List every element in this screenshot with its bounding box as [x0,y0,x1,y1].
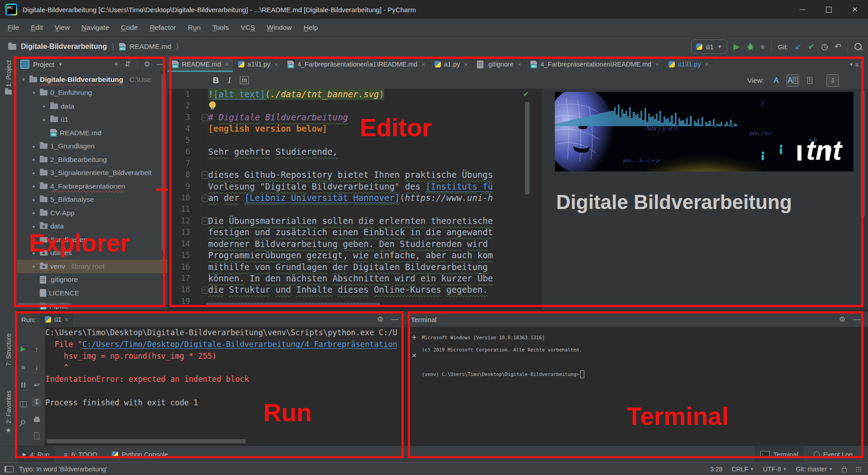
intention-bulb-icon[interactable] [209,101,216,108]
close-icon[interactable]: × [225,61,229,68]
editor-line[interactable]: 15Programmierübungen gezeigt, wie einfac… [167,250,541,261]
tree-arrow-icon[interactable]: ▸ [31,263,37,269]
tree-arrow-icon[interactable]: ▸ [31,197,37,203]
tree-item[interactable]: LICENCE [17,286,167,300]
editor-line[interactable]: 3# Digitale Bildverarbeitung [167,112,541,123]
menu-edit[interactable]: Edit [25,19,49,36]
editor-line[interactable]: 6Sehr geehrte Studierende, [167,146,541,157]
run-button[interactable]: ▶ [734,43,740,51]
editor-tab[interactable]: README.md× [167,57,234,72]
editor-tab[interactable]: a1.py× [430,57,472,72]
menu-help[interactable]: Help [298,19,324,36]
tree-arrow-icon[interactable]: ▾ [20,76,27,82]
editor-line[interactable]: 5 [167,135,541,146]
italic-button[interactable]: I [228,76,231,86]
collapse-all-icon[interactable]: ⇵ [124,61,130,68]
tree-item[interactable]: ▸1_Grundlagen [17,140,167,153]
tree-item[interactable]: ▸2_Bildbearbeitung [17,153,167,166]
search-everywhere-icon[interactable] [854,43,862,50]
stop-button[interactable]: ■ [19,362,28,371]
git-branch-selector[interactable]: Git: master▼ [796,466,833,473]
readonly-lock-icon[interactable] [842,468,847,472]
stripe-project-button[interactable]: 1: Project [0,60,17,95]
fold-marker-icon[interactable] [202,195,208,202]
clear-console-button[interactable] [32,431,41,440]
breadcrumb-file[interactable]: README.md [129,43,171,51]
menu-refactor[interactable]: Refactor [143,19,182,36]
menu-tools[interactable]: Tools [206,19,234,36]
tree-arrow-icon[interactable]: ▸ [31,170,37,176]
view-editor-only-button[interactable]: A [770,75,782,86]
toolwindow-button-event-log[interactable]: Event Log [808,446,858,463]
stripe-favorites-button[interactable]: 2: Favorites ★ [0,390,17,434]
console-horizontal-scrollbar[interactable] [47,439,246,443]
close-session-icon[interactable]: ✕ [411,352,417,359]
tree-item[interactable]: ▸data [17,100,167,113]
editor-line[interactable]: 11 [167,204,541,215]
close-button[interactable]: ✕ [842,0,868,19]
maximize-button[interactable] [816,0,842,19]
tree-arrow-icon[interactable]: ▸ [41,117,48,123]
run-tab[interactable]: ü1 × [40,312,73,327]
up-stack-trace-button[interactable]: ↑ [32,344,41,353]
bold-button[interactable]: B [213,76,219,86]
console-file-link[interactable]: C:/Users/Timo/Desktop/Digitale-Bildverar… [82,340,397,349]
rerun-button[interactable]: ▶ [19,344,28,353]
tree-arrow-icon[interactable]: ▸ [31,223,37,229]
editor-tab[interactable]: 4_Farbrepräsentationen\a1\README.md× [283,57,430,72]
gear-icon[interactable]: ⚙ [377,316,383,323]
stripe-structure-button[interactable]: 7: Structure [0,333,17,366]
caret-position[interactable]: 3:28 [710,466,722,473]
editor-line[interactable]: 9Vorlesung "Digitale Bildverarbeitung" d… [167,181,541,192]
tree-item[interactable]: .gitignore [17,273,167,287]
inspections-ok-icon[interactable]: ✔ [523,90,529,99]
git-rollback-icon[interactable]: ↶ [835,43,841,51]
minimize-button[interactable] [789,0,816,19]
close-icon[interactable]: × [705,61,709,68]
editor-line[interactable]: 16mithilfe von Grundlagen der Digitalen … [167,261,541,273]
code-button[interactable]: m [240,76,249,84]
view-editor-and-preview-button[interactable]: A [787,74,799,87]
close-icon[interactable]: × [518,61,521,68]
tree-item[interactable]: ▸4_Farbrepräsentationen [17,180,167,193]
print-button[interactable] [32,415,41,424]
toolwindow-button-python-console[interactable]: Python Console [106,446,173,463]
encoding-selector[interactable]: UTF-8▼ [763,466,787,473]
editor-vertical-scrollbar[interactable] [525,102,529,195]
hide-panel-icon[interactable]: — [157,61,164,68]
editor-horizontal-scrollbar[interactable] [206,303,380,307]
toolwindow-button-6-todo[interactable]: ≡6: TODO [58,446,103,463]
editor-line[interactable]: 8dieses Github-Repository bietet Ihnen p… [167,169,541,180]
status-message[interactable]: Typo: In word 'Bildverarbeitung' [19,466,107,473]
tree-item[interactable]: ▾0_Einführung [17,86,167,100]
menu-code[interactable]: Code [115,19,143,36]
stop-button[interactable]: ■ [761,43,765,51]
tree-item[interactable]: ▸5_Bildanalyse [17,193,167,207]
fold-marker-icon[interactable] [202,114,208,121]
project-vertical-scrollbar[interactable] [162,74,166,251]
soft-wrap-button[interactable]: ↩ [32,380,41,390]
editor-tab[interactable]: ü1\l1.py× [664,57,713,72]
tree-item[interactable]: ▸data [17,220,167,233]
tree-arrow-icon[interactable]: ▸ [31,157,37,162]
editor-tab[interactable]: .gitignore× [472,57,526,72]
tree-item[interactable]: ▾Digitale-BildverarbeitungC:\Use [17,73,167,86]
chevron-down-icon[interactable]: ▼ [58,62,63,67]
editor-line[interactable]: 18die Struktur und Inhalte dieses Online… [167,284,541,295]
run-configuration-selector[interactable]: ü1 ▼ [691,39,727,54]
editor-line[interactable]: 13festigen und zusätzlich einen Einblick… [167,227,541,238]
tree-arrow-icon[interactable]: ▸ [31,237,37,242]
fold-marker-icon[interactable] [202,286,208,294]
tree-arrow-icon[interactable]: ▸ [31,143,37,149]
close-icon[interactable]: × [275,61,278,68]
toolwindow-button-4-run[interactable]: ▶4: Run [17,446,55,463]
hidden-tabs-dropdown[interactable]: ▼≡3 [849,57,868,72]
tree-arrow-icon[interactable]: ▸ [31,250,37,256]
menu-vcs[interactable]: VCS [235,19,261,36]
git-update-icon[interactable]: ↙ [795,43,801,51]
tree-item[interactable]: ▸utilities [17,247,167,260]
editor-line[interactable]: 17können. In den nächsten Abschnitten wi… [167,273,541,284]
menu-window[interactable]: Window [261,19,298,36]
git-history-icon[interactable]: ◷ [821,43,828,51]
tree-arrow-icon[interactable]: ▸ [31,210,37,216]
